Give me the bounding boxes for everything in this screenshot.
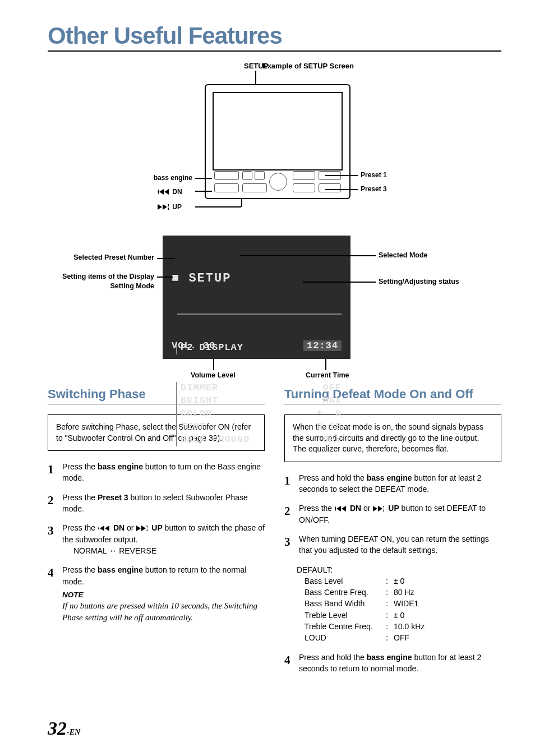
prev-icon	[158, 189, 170, 195]
note-text: If no buttons are pressed within 10 seco…	[62, 600, 265, 623]
osd-item-row: BACK GROUNDDAY	[181, 434, 342, 446]
prev-icon	[98, 525, 110, 531]
osd-item-row: COLOR± 0	[181, 408, 342, 421]
svg-marker-15	[373, 506, 377, 511]
callout-line	[239, 255, 376, 256]
step-number: 3	[284, 533, 299, 556]
step-2-left: Press the Preset 3 button to select Subw…	[62, 492, 265, 515]
preset-1-button[interactable]	[293, 171, 315, 180]
step-4-right: Press and hold the bass engine button fo…	[299, 652, 501, 675]
osd-item-row: BRIGHTMAX	[181, 395, 342, 408]
phase-toggle-line: NORMAL ↔ REVERSE	[73, 545, 265, 556]
step-number: 4	[284, 652, 299, 675]
dn-label: DN	[157, 188, 182, 196]
label-selected-preset: Selected Preset Number	[45, 253, 154, 261]
step-number: 2	[284, 503, 299, 525]
next-icon	[136, 525, 149, 531]
device-screen	[213, 92, 343, 170]
svg-marker-11	[146, 525, 147, 531]
callout-line	[157, 258, 175, 259]
step-1-right: Press and hold the bass engine button fo…	[299, 472, 501, 495]
osd-content: ■ SETUP P2 DISPLAY DIMMEROFFBRIGHTMAXCOL…	[172, 245, 342, 472]
label-setting-status: Setting/Adjusting status	[379, 278, 459, 285]
svg-marker-8	[105, 525, 109, 531]
bass-engine-label: bass engine	[139, 174, 192, 182]
callout-line	[195, 191, 212, 192]
default-row: Bass Centre Freq.:80 Hz	[305, 587, 501, 598]
step-4-left: Press the bass engine button to return t…	[62, 564, 265, 623]
step-number: 4	[48, 564, 62, 623]
prev-icon	[335, 506, 347, 511]
page-number: 32-EN	[48, 718, 80, 739]
ctrl-small-2	[255, 171, 265, 180]
svg-marker-10	[141, 525, 146, 531]
default-row: Treble Level:± 0	[305, 610, 501, 621]
preset1-label: Preset 1	[361, 171, 387, 179]
step-number: 3	[48, 522, 62, 556]
callout-line	[195, 206, 241, 208]
setup-caption: Example of SETUP Screen	[115, 62, 501, 70]
preset-4-button[interactable]	[319, 183, 341, 192]
svg-marker-4	[163, 204, 167, 210]
svg-marker-7	[100, 525, 104, 531]
svg-marker-6	[98, 525, 99, 531]
step-number: 1	[48, 461, 62, 484]
osd-bottom-row: VOL. 30 12:34	[172, 340, 342, 351]
preset-3-button[interactable]	[293, 183, 315, 192]
front-panel-diagram: SETUP bass engine DN UP Preset 1 Preset …	[48, 62, 501, 230]
next-icon	[158, 204, 170, 210]
label-setting-items: Setting items of the Display Setting Mod…	[59, 272, 154, 291]
device-body	[205, 84, 350, 199]
osd-item-row: DIMMEROFF	[181, 382, 342, 395]
osd-item-row: TINTR 15	[181, 421, 342, 434]
default-row: LOUD:OFF	[305, 632, 501, 643]
controls-row	[214, 171, 341, 192]
callout-line	[325, 175, 358, 176]
svg-marker-12	[335, 506, 336, 511]
setup-screen-area: ■ SETUP P2 DISPLAY DIMMEROFFBRIGHTMAXCOL…	[48, 236, 501, 381]
setup-screen: ■ SETUP P2 DISPLAY DIMMEROFFBRIGHTMAXCOL…	[163, 236, 350, 359]
svg-marker-13	[336, 506, 341, 511]
callout-line	[213, 359, 214, 370]
preset3-label: Preset 3	[361, 185, 387, 193]
step-number: 2	[48, 492, 62, 515]
osd-volume: VOL. 30	[172, 340, 215, 351]
step-number: 1	[284, 472, 299, 495]
callout-line	[325, 359, 326, 370]
default-row: Bass Band Width:WIDE1	[305, 598, 501, 609]
callout-line	[325, 189, 358, 190]
svg-marker-17	[383, 506, 384, 511]
default-row: Bass Level:± 0	[305, 575, 501, 587]
svg-marker-14	[342, 506, 346, 511]
callout-line	[195, 178, 212, 179]
note-label: NOTE	[62, 589, 265, 601]
step-2-right: Press the DN or UP button to set DEFEAT …	[299, 503, 501, 525]
svg-marker-1	[159, 189, 164, 195]
label-time: Current Time	[306, 371, 349, 379]
svg-marker-2	[164, 189, 169, 195]
svg-marker-9	[136, 525, 141, 531]
bass-engine-button[interactable]	[214, 171, 239, 180]
up-button[interactable]	[242, 183, 267, 192]
next-icon	[373, 506, 385, 511]
dn-button[interactable]	[214, 183, 239, 192]
ctrl-knob[interactable]	[269, 173, 287, 191]
callout-line	[303, 282, 376, 283]
step-3-right: When turning DEFEAT ON, you can return t…	[299, 533, 501, 556]
svg-marker-16	[378, 506, 382, 511]
svg-marker-3	[158, 204, 162, 210]
setup-callout-label: SETUP	[244, 62, 268, 70]
defaults-block: DEFAULT: Bass Level:± 0Bass Centre Freq.…	[299, 564, 501, 644]
up-label: UP	[157, 203, 182, 211]
defaults-heading: DEFAULT:	[297, 564, 501, 575]
label-volume: Volume Level	[191, 371, 236, 379]
default-row: Treble Centre Freq.:10.0 kHz	[305, 621, 501, 632]
callout-line	[255, 71, 256, 84]
page-title: Other Useful Features	[48, 22, 501, 52]
callout-line	[157, 276, 173, 278]
ctrl-small-1	[242, 171, 252, 180]
step-3-left: Press the DN or UP button to switch the …	[62, 522, 265, 556]
callout-line	[241, 199, 242, 207]
svg-marker-5	[168, 204, 169, 210]
svg-marker-0	[158, 189, 159, 195]
